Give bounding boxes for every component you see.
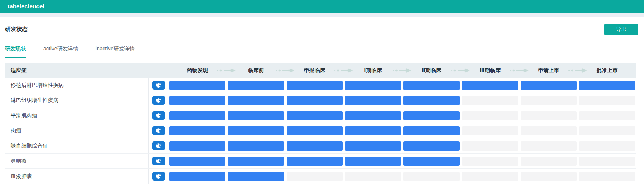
stage-cell [227, 108, 285, 123]
region-icon-cell [149, 78, 168, 93]
arrow-right-icon [510, 68, 529, 73]
stage-bar-empty [521, 96, 577, 105]
arrow-right-icon [334, 68, 353, 73]
globe-glyph [155, 158, 162, 164]
stage-bar-empty [579, 111, 635, 120]
stage-cell [520, 93, 578, 108]
globe-icon[interactable] [152, 111, 165, 120]
tab-bar: 研发现状 active研发详情 inactive研发详情 [5, 46, 639, 58]
stage-bar-filled [403, 81, 460, 90]
stage-cell [285, 78, 344, 93]
table-row: 鼻咽癌 [5, 154, 636, 169]
stage-cell [227, 78, 285, 93]
stage-bar-filled [169, 96, 225, 105]
stage-cell [578, 93, 636, 108]
indication-label: 鼻咽癌 [5, 154, 149, 168]
globe-glyph [155, 143, 162, 149]
stage-bar-empty [403, 172, 460, 181]
stage-cell [344, 93, 402, 108]
tab-rd-status[interactable]: 研发现状 [5, 46, 26, 58]
stage-cell [402, 108, 461, 123]
globe-icon[interactable] [152, 81, 165, 90]
stage-bar-empty [462, 126, 518, 135]
stage-bar-empty [579, 126, 635, 135]
pipeline-table-body: 移植后淋巴增殖性疾病淋巴组织增生性疾病平滑肌肉瘤肉瘤噬血细胞综合征鼻咽癌血液肿瘤 [5, 78, 636, 184]
table-row: 平滑肌肉瘤 [5, 108, 636, 123]
stage-cell [285, 123, 344, 138]
stage-bar-filled [345, 96, 401, 105]
stage-bar-filled [287, 157, 343, 166]
stage-cell [520, 138, 578, 153]
table-row: 肉瘤 [5, 123, 636, 138]
section-header: 研发状态 导出 [5, 24, 639, 35]
stage-bar-filled [169, 126, 225, 135]
stage-header-label: Ⅰ期临床 [364, 67, 382, 74]
stage-cell [520, 154, 578, 168]
stage-header-label: 临床前 [248, 67, 264, 74]
stage-bar-filled [403, 157, 460, 166]
stage-cell [520, 108, 578, 123]
stage-bar-filled [403, 111, 460, 120]
globe-icon[interactable] [152, 157, 165, 165]
stage-header-label: 批准上市 [597, 67, 618, 74]
stage-bar-filled [228, 126, 284, 135]
globe-icon[interactable] [152, 172, 165, 181]
globe-icon[interactable] [152, 126, 165, 135]
stage-bar-filled [345, 111, 401, 120]
drug-name-title: tabelecleucel [8, 3, 44, 9]
globe-glyph [155, 127, 162, 134]
stage-bar-filled [287, 81, 343, 90]
stage-bar-empty [579, 157, 635, 166]
stage-cell [520, 169, 578, 184]
stage-bar-empty [462, 96, 518, 105]
stage-bar-filled [462, 81, 518, 90]
globe-icon[interactable] [152, 141, 165, 150]
region-icon-cell [149, 169, 168, 184]
stage-cell [402, 78, 461, 93]
stage-header-label: 药物发现 [187, 67, 208, 74]
stage-bars [168, 78, 636, 93]
indication-label: 肉瘤 [5, 123, 149, 138]
region-icon-cell [149, 138, 168, 153]
stage-bar-empty [579, 96, 635, 105]
stage-cell [402, 154, 461, 168]
stage-cell [168, 93, 227, 108]
stage-bar-empty [462, 111, 518, 120]
stage-cell [520, 123, 578, 138]
tab-inactive-rd-details[interactable]: inactive研发详情 [96, 46, 135, 58]
app-title-bar: tabelecleucel [0, 0, 644, 13]
indication-label: 淋巴组织增生性疾病 [5, 93, 149, 108]
stage-cell [285, 154, 344, 168]
indication-label: 平滑肌肉瘤 [5, 108, 149, 123]
pipeline-table: 适应症 药物发现临床前申报临床Ⅰ期临床Ⅱ期临床Ⅲ期临床申请上市批准上市 移植后淋… [5, 63, 636, 184]
stage-cell [285, 108, 344, 123]
stage-bar-filled [403, 96, 460, 105]
stage-cell [344, 108, 402, 123]
stage-cell [344, 78, 402, 93]
indication-column-header: 适应症 [5, 67, 168, 74]
globe-glyph [155, 97, 162, 104]
region-icon-cell [149, 93, 168, 108]
stage-cell [578, 154, 636, 168]
stage-bar-empty [521, 126, 577, 135]
stage-bar-empty [579, 141, 635, 151]
table-row: 移植后淋巴增殖性疾病 [5, 78, 636, 93]
tab-active-rd-details[interactable]: active研发详情 [43, 46, 79, 58]
region-icon-cell [149, 108, 168, 123]
stage-bar-filled [287, 96, 343, 105]
stage-cell [461, 78, 519, 93]
stage-bar-filled [345, 157, 401, 166]
stage-bar-filled [521, 81, 577, 90]
arrow-right-icon [451, 68, 470, 73]
stage-cell [461, 123, 519, 138]
export-button[interactable]: 导出 [604, 24, 638, 35]
globe-icon[interactable] [152, 96, 165, 105]
stage-cell [520, 78, 578, 93]
stage-cell [461, 169, 519, 184]
stage-cell [285, 93, 344, 108]
section-title: 研发状态 [5, 26, 28, 33]
stage-bars [168, 123, 636, 138]
stage-bar-empty [521, 111, 577, 120]
stage-cell [402, 93, 461, 108]
stage-bar-filled [228, 96, 284, 105]
